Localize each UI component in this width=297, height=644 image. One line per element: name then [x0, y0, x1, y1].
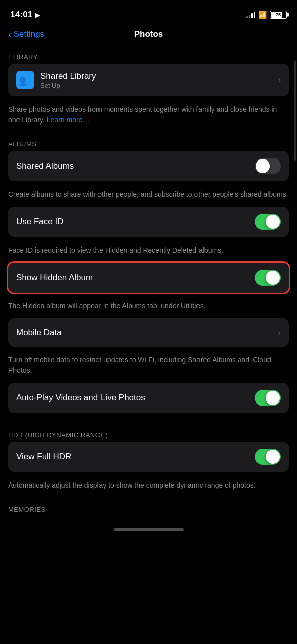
battery-icon: 75	[270, 11, 287, 19]
hdr-section-header: HDR (HIGH DYNAMIC RANGE)	[0, 423, 297, 442]
auto-play-label: Auto-Play Videos and Live Photos	[16, 393, 145, 403]
view-full-hdr-toggle[interactable]	[255, 449, 281, 465]
show-hidden-album-row[interactable]: Show Hidden Album	[8, 263, 289, 293]
scrollbar[interactable]	[294, 60, 296, 161]
shared-albums-row[interactable]: Shared Albums	[8, 151, 289, 181]
mobile-data-row[interactable]: Mobile Data ›	[8, 318, 289, 347]
chevron-right-icon: ›	[278, 75, 281, 85]
location-icon: ▶	[35, 11, 40, 19]
shared-library-sublabel: Set Up	[40, 82, 96, 89]
library-section-header: LIBRARY	[0, 45, 297, 64]
wifi-icon: 📶	[258, 11, 267, 19]
toggle-thumb	[266, 391, 280, 405]
albums-section-header: ALBUMS	[0, 132, 297, 151]
view-full-hdr-description: Automatically adjust the display to show…	[0, 476, 297, 498]
shared-albums-label: Shared Albums	[16, 161, 74, 171]
nav-bar: ‹ Settings Photos	[0, 25, 297, 45]
shared-library-description: Share photos and videos from moments spe…	[0, 100, 297, 132]
show-hidden-album-toggle[interactable]	[255, 270, 281, 286]
page-title: Photos	[134, 29, 163, 39]
toggle-thumb	[266, 450, 280, 464]
auto-play-toggle[interactable]	[255, 390, 281, 406]
home-indicator	[0, 524, 297, 534]
mobile-data-description: Turn off mobile data to restrict updates…	[0, 351, 297, 383]
memories-section-header: MEMORIES	[0, 498, 297, 516]
status-time: 14:01	[10, 10, 32, 20]
use-face-id-label: Use Face ID	[16, 217, 63, 227]
back-button[interactable]: ‹ Settings	[8, 29, 44, 40]
status-bar: 14:01 ▶ 📶 75	[0, 0, 297, 25]
back-label: Settings	[14, 29, 44, 39]
shared-library-icon-bg: 👥	[16, 71, 34, 89]
status-icons: 📶 75	[246, 11, 287, 19]
mobile-data-label: Mobile Data	[16, 328, 62, 338]
shared-albums-toggle[interactable]	[255, 158, 281, 174]
signal-icon	[246, 11, 255, 18]
settings-content: LIBRARY 👥 Shared Library Set Up › Share …	[0, 45, 297, 516]
toggle-thumb	[266, 271, 280, 285]
view-full-hdr-row[interactable]: View Full HDR	[8, 442, 289, 472]
chevron-right-icon: ›	[278, 328, 281, 337]
home-bar	[114, 528, 184, 531]
view-full-hdr-label: View Full HDR	[16, 452, 71, 462]
toggle-thumb	[266, 215, 280, 229]
show-hidden-album-description: The Hidden album will appear in the Albu…	[0, 297, 297, 318]
shared-library-row[interactable]: 👥 Shared Library Set Up ›	[8, 64, 289, 96]
show-hidden-album-label: Show Hidden Album	[16, 273, 93, 283]
learn-more-link[interactable]: Learn more…	[47, 116, 90, 124]
use-face-id-row[interactable]: Use Face ID	[8, 207, 289, 237]
toggle-thumb	[256, 159, 270, 173]
shared-albums-description: Create albums to share with other people…	[0, 185, 297, 207]
use-face-id-toggle[interactable]	[255, 214, 281, 230]
use-face-id-description: Face ID is required to view the Hidden a…	[0, 241, 297, 263]
shared-library-label: Shared Library	[40, 71, 96, 82]
chevron-left-icon: ‹	[8, 28, 12, 40]
auto-play-row[interactable]: Auto-Play Videos and Live Photos	[8, 383, 289, 413]
shared-library-icon: 👥	[19, 74, 32, 86]
